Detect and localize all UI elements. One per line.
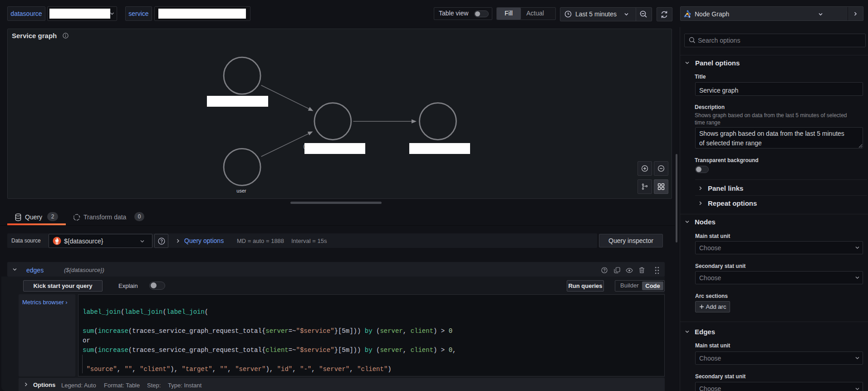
svg-text:user: user <box>236 188 246 193</box>
